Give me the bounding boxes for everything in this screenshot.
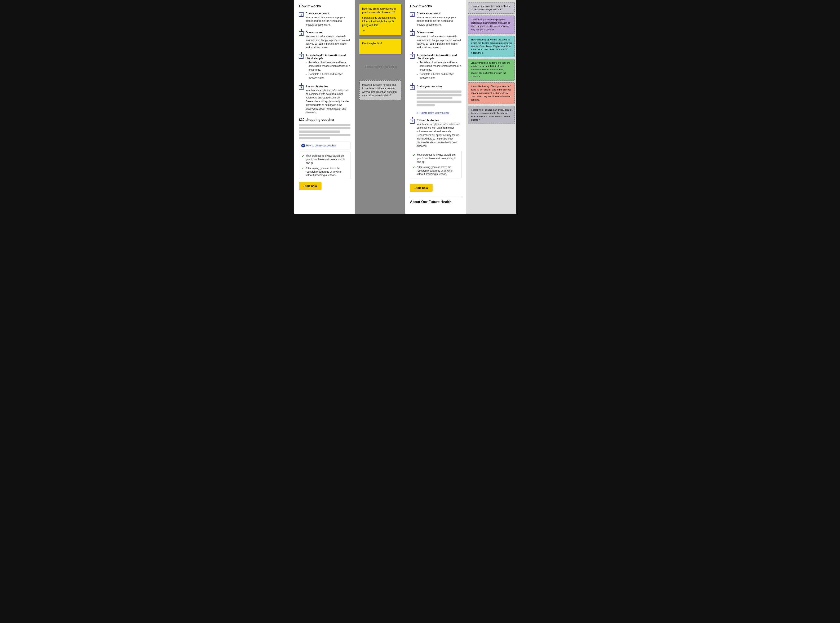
about-title: About Our Future Health <box>410 200 461 204</box>
right-step-content-5: Research studies Your blood sample and i… <box>417 118 461 148</box>
check-list: ✔ Your progress is always saved, so you … <box>299 152 351 179</box>
step-title-1: Create an account <box>306 12 351 15</box>
check-icon-1: ✔ <box>302 154 304 158</box>
right-check-item-2: ✔ After joining, you can leave the resea… <box>413 166 459 176</box>
step-content-3: Provide health information and blood sam… <box>306 54 351 81</box>
step-body-4: Your blood sample and information will b… <box>306 89 351 114</box>
step-content-1: Create an account Your account lets you … <box>306 12 351 27</box>
divider-3 <box>301 83 351 85</box>
claim-bar-3 <box>417 97 452 99</box>
step-body-1: Your account lets you manage your detail… <box>306 16 351 27</box>
check-icon-2: ✔ <box>302 167 304 170</box>
comment-4: It feels like having "Claim your voucher… <box>468 82 515 104</box>
left-step-1: 1 Create an account Your account lets yo… <box>299 12 351 27</box>
sticky1-line1: How has this graphic tested in previous … <box>362 7 398 14</box>
voucher-bar-2 <box>299 127 351 129</box>
sticky2-arrow: ← <box>362 47 398 51</box>
claim-bar-5 <box>417 104 435 106</box>
right-check-list: ✔ Your progress is always saved, so you … <box>410 151 461 178</box>
right-step-1: 1 Create an account Your account lets yo… <box>410 12 461 27</box>
sticky-yellow-2: If not maybe this? ← <box>359 39 401 54</box>
step-number-3: 3 <box>299 54 304 59</box>
right-section-title: How it works <box>410 4 461 8</box>
right-step-title-3: Provide health information and blood sam… <box>417 54 461 60</box>
right-panel: How it works 1 Create an account Your ac… <box>405 0 466 214</box>
claim-bar-1 <box>417 91 461 93</box>
right-step-content-4: Claim your voucher ▶ How to claim your v… <box>417 85 461 114</box>
comments-panel: I think on first scan this might make th… <box>466 0 517 214</box>
right-step-content-2: Give consent We want to make sure you ar… <box>417 31 461 49</box>
left-step-3: 3 Provide health information and blood s… <box>299 54 351 81</box>
right-step-content-3: Provide health information and blood sam… <box>417 54 461 81</box>
sticky-blue: Maybe a question for Ben- but in the let… <box>359 80 401 100</box>
voucher-bar-5 <box>299 137 330 139</box>
left-section-title: How it works <box>299 4 351 8</box>
left-panel: How it works 1 Create an account Your ac… <box>294 0 355 214</box>
about-section: About Our Future Health <box>410 197 461 204</box>
comment-0: I think on first scan this might make th… <box>468 2 515 14</box>
right-step-title-5: Research studies <box>417 118 461 122</box>
right-start-button[interactable]: Start now <box>410 184 432 192</box>
comment-5: Is claiming or donating an official step… <box>468 106 515 124</box>
voucher-link[interactable]: How to claim your voucher <box>306 144 336 147</box>
comment-1: I think adding it to the steps gives par… <box>468 15 515 34</box>
right-divider-2 <box>412 52 461 54</box>
step-title-4: Research studies <box>306 85 351 88</box>
right-divider-4 <box>412 117 461 118</box>
sticky1-arrow: → <box>362 28 398 32</box>
claim-voucher-bars <box>417 89 461 109</box>
check-text-2: After joining, you can leave the researc… <box>306 167 348 177</box>
voucher-link-row[interactable]: + How to claim your voucher <box>299 142 351 149</box>
right-step-4: 4 Claim your voucher ▶ How to claim your… <box>410 85 461 114</box>
right-step-num-4: 4 <box>410 85 415 90</box>
sticky2-text: If not maybe this? <box>362 42 398 45</box>
left-steps: 1 Create an account Your account lets yo… <box>299 12 351 114</box>
step-number-2: 2 <box>299 31 304 36</box>
right-check-icon-2: ✔ <box>413 166 415 169</box>
right-check-text-2: After joining, you can leave the researc… <box>417 166 459 176</box>
right-step-body-1: Your account lets you manage your detail… <box>417 16 461 27</box>
right-step-content-1: Create an account Your account lets you … <box>417 12 461 27</box>
claim-bar-2 <box>417 94 461 96</box>
check-text-1: Your progress is always saved, so you do… <box>306 154 348 165</box>
step-content-4: Research studies Your blood sample and i… <box>306 85 351 114</box>
right-check-item-1: ✔ Your progress is always saved, so you … <box>413 153 459 164</box>
step-number-1: 1 <box>299 12 304 17</box>
voucher-bar-1 <box>299 124 351 126</box>
voucher-bar-4 <box>299 134 351 136</box>
step-3-bullets: Provide a blood sample and have some bas… <box>308 61 351 80</box>
comment-3: Visually this feels better to me than th… <box>468 59 515 81</box>
voucher-title: £10 shopping voucher <box>299 118 351 122</box>
check-item-1: ✔ Your progress is always saved, so you … <box>302 154 348 165</box>
right-check-text-1: Your progress is always saved, so you do… <box>417 153 459 164</box>
step-title-2: Give consent <box>306 31 351 34</box>
sticky-yellow-1: How has this graphic tested in previous … <box>359 4 401 35</box>
page-wrapper: How it works 1 Create an account Your ac… <box>294 0 546 214</box>
right-step-title-1: Create an account <box>417 12 461 15</box>
sticky3-text: Maybe a question for Ben- but in the let… <box>362 83 398 97</box>
right-step-body-5: Your blood sample and information will b… <box>417 123 461 148</box>
right-divider-3 <box>412 83 461 85</box>
right-step-2: 2 Give consent We want to make sure you … <box>410 31 461 49</box>
right-divider-1 <box>412 29 461 31</box>
right-link-row[interactable]: ▶ How to claim your voucher <box>417 110 461 114</box>
right-check-icon-1: ✔ <box>413 153 415 157</box>
right-step-title-2: Give consent <box>417 31 461 34</box>
divider-1 <box>301 29 351 31</box>
right-step-num-5: 5 <box>410 119 415 124</box>
right-step-num-2: 2 <box>410 31 415 36</box>
left-start-button[interactable]: Start now <box>299 182 322 190</box>
left-step-2: 2 Give consent We want to make sure you … <box>299 31 351 49</box>
middle-panel: How has this graphic tested in previous … <box>355 0 405 214</box>
right-step-title-4: Claim your voucher <box>417 85 461 88</box>
right-voucher-link[interactable]: How to claim your voucher <box>420 112 449 114</box>
bullet-3-2: Complete a health and lifestyle question… <box>308 72 351 80</box>
right-step-num-1: 1 <box>410 12 415 17</box>
bullet-3-1: Provide a blood sample and have some bas… <box>308 61 351 72</box>
comment-2: Simultaneously agree that visually this … <box>468 35 515 57</box>
right-step-body-2: We want to make sure you are well-inform… <box>417 35 461 49</box>
sticky1-line2: If participants are taking in this infor… <box>362 16 398 27</box>
plus-icon[interactable]: + <box>301 144 305 147</box>
step-body-2: We want to make sure you are well-inform… <box>306 35 351 49</box>
check-item-2: ✔ After joining, you can leave the resea… <box>302 167 348 177</box>
